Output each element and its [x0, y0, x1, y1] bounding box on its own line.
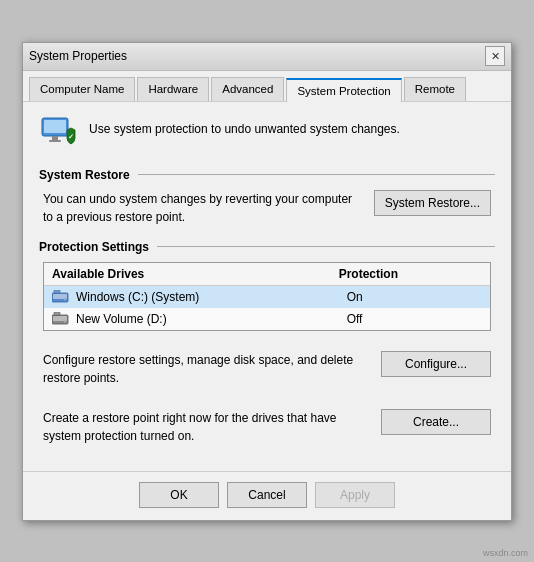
svg-text:✓: ✓: [68, 133, 74, 140]
svg-rect-8: [54, 290, 60, 293]
info-row: ✓ Use system protection to undo unwanted…: [39, 116, 495, 154]
svg-rect-3: [49, 140, 61, 142]
system-restore-description: You can undo system changes by reverting…: [43, 190, 364, 226]
system-restore-header: System Restore: [39, 168, 495, 182]
table-row[interactable]: Windows (C:) (System) On: [44, 286, 490, 308]
info-description: Use system protection to undo unwanted s…: [89, 116, 400, 136]
drive-protection-d: Off: [347, 312, 482, 326]
create-row: Create a restore point right now for the…: [39, 403, 495, 451]
table-header-row: Available Drives Protection: [44, 263, 490, 286]
configure-description: Configure restore settings, manage disk …: [43, 351, 371, 387]
create-description: Create a restore point right now for the…: [43, 409, 371, 445]
drive-protection-c: On: [347, 290, 482, 304]
cancel-button[interactable]: Cancel: [227, 482, 307, 508]
protection-settings-title: Protection Settings: [39, 240, 149, 254]
drive-label-c: Windows (C:) (System): [76, 290, 347, 304]
configure-row: Configure restore settings, manage disk …: [39, 345, 495, 393]
tab-advanced[interactable]: Advanced: [211, 77, 284, 101]
system-protection-icon: ✓: [39, 116, 77, 154]
footer: OK Cancel Apply: [23, 471, 511, 520]
svg-point-11: [64, 320, 66, 322]
svg-rect-1: [44, 120, 66, 133]
apply-button[interactable]: Apply: [315, 482, 395, 508]
close-button[interactable]: ✕: [485, 46, 505, 66]
tab-bar: Computer Name Hardware Advanced System P…: [23, 71, 511, 102]
svg-rect-12: [54, 312, 60, 315]
system-restore-section: System Restore You can undo system chang…: [39, 168, 495, 226]
protection-settings-section: Protection Settings Available Drives Pro…: [39, 240, 495, 331]
system-restore-body: You can undo system changes by reverting…: [39, 190, 495, 226]
system-restore-title: System Restore: [39, 168, 130, 182]
drive-label-d: New Volume (D:): [76, 312, 347, 326]
tab-remote[interactable]: Remote: [404, 77, 466, 101]
drive-icon-d: [52, 312, 70, 326]
create-button[interactable]: Create...: [381, 409, 491, 435]
tab-hardware[interactable]: Hardware: [137, 77, 209, 101]
col-header-protection: Protection: [339, 267, 482, 281]
tab-system-protection[interactable]: System Protection: [286, 78, 401, 102]
tab-computer-name[interactable]: Computer Name: [29, 77, 135, 101]
section-divider2: [157, 246, 495, 247]
configure-button[interactable]: Configure...: [381, 351, 491, 377]
col-header-drives: Available Drives: [52, 267, 339, 281]
tab-content: ✓ Use system protection to undo unwanted…: [23, 102, 511, 471]
system-restore-button[interactable]: System Restore...: [374, 190, 491, 216]
ok-button[interactable]: OK: [139, 482, 219, 508]
svg-rect-10: [53, 316, 67, 321]
svg-rect-6: [53, 294, 67, 299]
drive-icon-c: [52, 290, 70, 304]
svg-point-7: [64, 298, 66, 300]
section-divider: [138, 174, 495, 175]
system-properties-window: System Properties ✕ Computer Name Hardwa…: [22, 42, 512, 521]
watermark: wsxdn.com: [483, 548, 528, 558]
title-bar: System Properties ✕: [23, 43, 511, 71]
table-row[interactable]: New Volume (D:) Off: [44, 308, 490, 330]
svg-rect-2: [52, 136, 58, 140]
window-title: System Properties: [29, 49, 127, 63]
drives-table: Available Drives Protection Windows (C:)…: [43, 262, 491, 331]
protection-settings-header: Protection Settings: [39, 240, 495, 254]
